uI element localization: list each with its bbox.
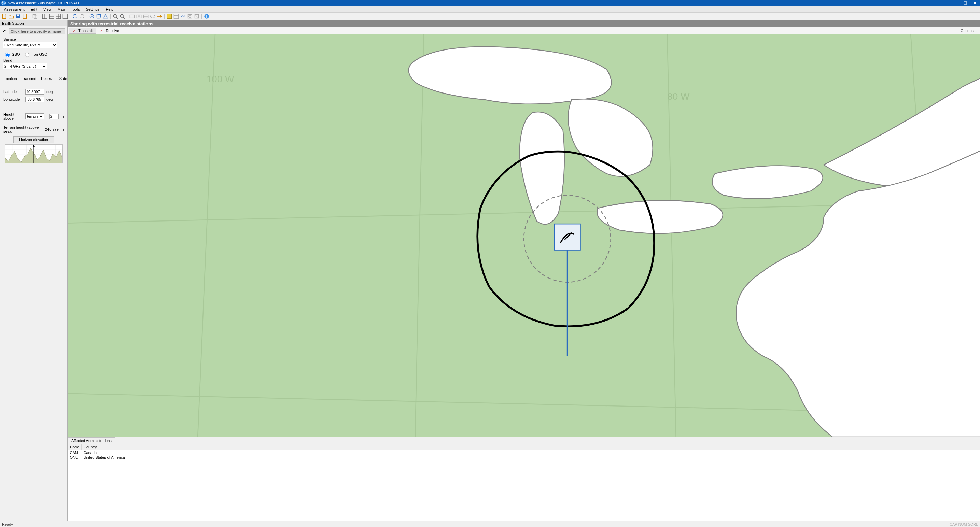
affected-admin-table: Code Country CAN Canada ONU United State… bbox=[68, 444, 980, 460]
menu-map[interactable]: Map bbox=[55, 6, 68, 12]
layer3-icon[interactable] bbox=[180, 13, 186, 19]
col-country[interactable]: Country bbox=[82, 444, 136, 450]
window-title: New Assessment - VisualyseCOORDINATE bbox=[8, 1, 954, 5]
latitude-unit: deg bbox=[46, 90, 52, 94]
latitude-label: Latitude bbox=[3, 90, 25, 94]
layer2-icon[interactable] bbox=[173, 13, 179, 19]
tab-transmit[interactable]: Transmit bbox=[20, 75, 38, 82]
svg-rect-37 bbox=[174, 14, 178, 19]
svg-point-46 bbox=[5, 30, 6, 30]
new-icon[interactable] bbox=[2, 13, 8, 19]
height-unit: m bbox=[61, 114, 64, 118]
arrow-right-icon[interactable] bbox=[156, 13, 162, 19]
zoom-in-icon[interactable] bbox=[112, 13, 118, 19]
band-select[interactable]: 2 - 4 GHz (S band) bbox=[3, 63, 47, 69]
svg-point-20 bbox=[91, 16, 92, 17]
layout3-icon[interactable] bbox=[55, 13, 62, 19]
svg-rect-30 bbox=[137, 15, 142, 18]
main-tab-receive[interactable]: Receive bbox=[96, 28, 123, 34]
height-ref-select[interactable]: terrain bbox=[25, 113, 44, 119]
horizon-elevation-chart bbox=[5, 144, 63, 163]
horizon-elevation-button[interactable]: Horizon elevation bbox=[13, 136, 54, 143]
svg-rect-8 bbox=[23, 14, 26, 19]
app-icon bbox=[2, 1, 6, 5]
affected-admin-panel: Affected Administrations Code Country CA… bbox=[68, 437, 980, 521]
height-input[interactable] bbox=[49, 114, 59, 119]
service-select[interactable]: Fixed Satellite, Rx/Tx bbox=[3, 42, 57, 48]
svg-text:i: i bbox=[206, 14, 207, 18]
tab-satellite[interactable]: Satellite bbox=[57, 75, 67, 82]
map-view[interactable]: 100 W 80 W bbox=[68, 35, 980, 437]
minimize-button[interactable] bbox=[954, 2, 958, 5]
menu-view[interactable]: View bbox=[41, 6, 54, 12]
main-control-bar: Transmit Receive Options... bbox=[68, 27, 980, 35]
terrain-height-label: Terrain height (above sea): bbox=[3, 125, 45, 133]
menu-tools[interactable]: Tools bbox=[68, 6, 83, 12]
station-marker[interactable] bbox=[554, 224, 580, 250]
main-header: Sharing with terrestrial receive station… bbox=[68, 20, 980, 27]
svg-point-41 bbox=[189, 15, 191, 17]
earth-station-panel-title: Earth Station bbox=[0, 20, 67, 26]
region4-icon[interactable] bbox=[150, 13, 156, 19]
close-button[interactable] bbox=[973, 2, 977, 5]
main-tab-transmit[interactable]: Transmit bbox=[69, 28, 96, 34]
non-gso-radio[interactable]: non-GSO bbox=[23, 52, 47, 57]
select3-icon[interactable] bbox=[102, 13, 108, 19]
copy-icon[interactable] bbox=[32, 13, 38, 19]
layout2-icon[interactable] bbox=[48, 13, 55, 19]
select1-icon[interactable] bbox=[89, 13, 95, 19]
station-name-input[interactable]: Click here to specify a name bbox=[9, 29, 65, 35]
svg-rect-21 bbox=[97, 14, 100, 18]
table-row[interactable]: CAN Canada bbox=[68, 450, 980, 455]
redo-icon[interactable] bbox=[79, 13, 85, 19]
menubar: Assessment Edit View Map Tools Settings … bbox=[0, 6, 980, 13]
col-code[interactable]: Code bbox=[68, 444, 82, 450]
region3-icon[interactable] bbox=[143, 13, 149, 19]
earth-station-panel: Earth Station Click here to specify a na… bbox=[0, 20, 68, 521]
svg-line-27 bbox=[123, 17, 125, 19]
svg-rect-18 bbox=[63, 14, 68, 19]
svg-point-34 bbox=[150, 15, 155, 18]
map-label-100w: 100 W bbox=[207, 74, 234, 84]
region2-icon[interactable] bbox=[136, 13, 142, 19]
svg-rect-2 bbox=[964, 2, 967, 5]
receive-icon bbox=[100, 29, 104, 33]
menu-help[interactable]: Help bbox=[103, 6, 116, 12]
toolbar: i bbox=[0, 13, 980, 20]
tab-affected-admins[interactable]: Affected Administrations bbox=[68, 437, 115, 444]
gso-radio[interactable]: GSO bbox=[3, 52, 20, 57]
longitude-input[interactable] bbox=[25, 97, 45, 102]
tab-receive[interactable]: Receive bbox=[39, 75, 57, 82]
options-link[interactable]: Options... bbox=[961, 29, 978, 33]
terrain-height-unit: m bbox=[61, 127, 64, 132]
select2-icon[interactable] bbox=[95, 13, 102, 19]
svg-line-23 bbox=[116, 17, 118, 19]
service-label: Service bbox=[3, 37, 65, 41]
svg-point-31 bbox=[138, 15, 140, 17]
menu-settings[interactable]: Settings bbox=[83, 6, 102, 12]
zoom-out-icon[interactable] bbox=[119, 13, 125, 19]
open-icon[interactable] bbox=[8, 13, 14, 19]
layer4-icon[interactable] bbox=[187, 13, 193, 19]
region1-icon[interactable] bbox=[129, 13, 135, 19]
status-indicators: CAP NUM SCRL bbox=[950, 522, 978, 526]
terrain-height-value: 240.279 bbox=[45, 127, 59, 132]
layer5-icon[interactable] bbox=[194, 13, 200, 19]
menu-assessment[interactable]: Assessment bbox=[2, 6, 27, 12]
undo-icon[interactable] bbox=[72, 13, 78, 19]
tab-location[interactable]: Location bbox=[1, 75, 19, 82]
longitude-unit: deg bbox=[46, 97, 52, 102]
table-row[interactable]: ONU United States of America bbox=[68, 455, 980, 460]
maximize-button[interactable] bbox=[964, 2, 967, 5]
layout1-icon[interactable] bbox=[42, 13, 48, 19]
statusbar: Ready CAP NUM SCRL bbox=[0, 521, 980, 527]
info-icon[interactable]: i bbox=[204, 13, 210, 19]
layer1-icon[interactable] bbox=[166, 13, 172, 19]
longitude-label: Longitude bbox=[3, 97, 25, 102]
height-equals: = bbox=[45, 114, 48, 118]
latitude-input[interactable] bbox=[25, 89, 45, 95]
save-icon[interactable] bbox=[15, 13, 21, 19]
menu-edit[interactable]: Edit bbox=[28, 6, 40, 12]
layout4-icon[interactable] bbox=[62, 13, 68, 19]
save-as-icon[interactable] bbox=[22, 13, 28, 19]
